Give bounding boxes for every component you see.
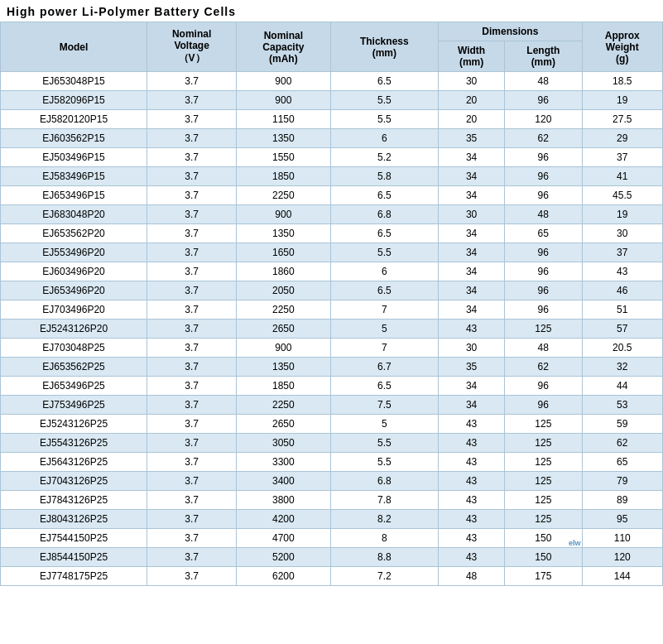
battery-table: Model Nominal Voltage （V） Nominal Capaci… (0, 22, 663, 586)
table-row: EJ583496P153.718505.8349641 (1, 167, 663, 186)
table-row: EJ7043126P253.734006.84312579 (1, 472, 663, 491)
cell-width: 35 (439, 358, 505, 377)
cell-width: 30 (439, 205, 505, 224)
cell-weight: 37 (582, 148, 662, 167)
cell-voltage: 3.7 (147, 491, 237, 510)
table-row: EJ703048P253.79007304820.5 (1, 339, 663, 358)
table-row: EJ582096P153.79005.5209619 (1, 91, 663, 110)
table-row: EJ5243126P253.7265054312559 (1, 415, 663, 434)
cell-capacity: 900 (237, 72, 330, 91)
table-row: EJ653496P153.722506.5349645.5 (1, 186, 663, 205)
cell-voltage: 3.7 (147, 358, 237, 377)
cell-width: 43 (439, 529, 505, 548)
cell-model: EJ5243126P25 (1, 415, 147, 434)
cell-weight: 144 (582, 567, 662, 586)
cell-capacity: 1350 (237, 358, 330, 377)
cell-model: EJ753496P25 (1, 396, 147, 415)
cell-width: 34 (439, 262, 505, 281)
cell-length: 96 (505, 377, 582, 396)
cell-weight: 62 (582, 434, 662, 453)
cell-capacity: 900 (237, 339, 330, 358)
table-row: EJ653562P253.713506.7356232 (1, 358, 663, 377)
cell-weight: 45.5 (582, 186, 662, 205)
cell-thickness: 5.5 (330, 110, 439, 129)
cell-thickness: 7 (330, 339, 439, 358)
cell-thickness: 5.5 (330, 434, 439, 453)
cell-length: 96 (505, 167, 582, 186)
cell-length: 125 (505, 320, 582, 339)
cell-thickness: 5.5 (330, 243, 439, 262)
cell-thickness: 7.2 (330, 567, 439, 586)
cell-width: 48 (439, 567, 505, 586)
cell-capacity: 2250 (237, 300, 330, 320)
cell-voltage: 3.7 (147, 262, 237, 281)
cell-capacity: 900 (237, 205, 330, 224)
cell-weight: 30 (582, 224, 662, 243)
cell-thickness: 5.8 (330, 167, 439, 186)
cell-thickness: 5.5 (330, 453, 439, 472)
cell-width: 34 (439, 300, 505, 320)
cell-capacity: 1150 (237, 110, 330, 129)
cell-weight: 32 (582, 358, 662, 377)
cell-capacity: 5200 (237, 548, 330, 567)
cell-length: 96 (505, 262, 582, 281)
cell-length: 62 (505, 358, 582, 377)
table-row: EJ683048P203.79006.8304819 (1, 205, 663, 224)
cell-voltage: 3.7 (147, 339, 237, 358)
cell-width: 34 (439, 281, 505, 300)
cell-model: EJ703496P20 (1, 300, 147, 320)
cell-weight: 41 (582, 167, 662, 186)
cell-length: 125 (505, 491, 582, 510)
cell-model: EJ5243126P20 (1, 320, 147, 339)
cell-length: 96 (505, 281, 582, 300)
cell-width: 43 (439, 320, 505, 339)
cell-model: EJ603496P20 (1, 262, 147, 281)
cell-capacity: 4700 (237, 529, 330, 548)
cell-voltage: 3.7 (147, 129, 237, 148)
cell-capacity: 6200 (237, 567, 330, 586)
cell-capacity: 4200 (237, 510, 330, 529)
cell-length: 150 (505, 548, 582, 567)
cell-model: EJ653496P20 (1, 281, 147, 300)
table-row: EJ653496P203.720506.5349646 (1, 281, 663, 300)
cell-width: 34 (439, 243, 505, 262)
cell-voltage: 3.7 (147, 510, 237, 529)
cell-model: EJ653562P20 (1, 224, 147, 243)
col-length: Length (mm) (505, 41, 582, 72)
cell-thickness: 6.5 (330, 224, 439, 243)
cell-voltage: 3.7 (147, 567, 237, 586)
table-row: EJ5243126P203.7265054312557 (1, 320, 663, 339)
cell-capacity: 3400 (237, 472, 330, 491)
cell-capacity: 3300 (237, 453, 330, 472)
cell-capacity: 1850 (237, 377, 330, 396)
cell-model: EJ7843126P25 (1, 491, 147, 510)
cell-length: 125 (505, 453, 582, 472)
cell-thickness: 7.5 (330, 396, 439, 415)
col-dimensions: Dimensions (439, 22, 582, 41)
cell-capacity: 2650 (237, 320, 330, 339)
cell-length: 125 (505, 415, 582, 434)
cell-weight: 18.5 (582, 72, 662, 91)
cell-length: 48 (505, 72, 582, 91)
table-row: EJ8043126P253.742008.24312595 (1, 510, 663, 529)
cell-model: EJ683048P20 (1, 205, 147, 224)
page-title: High power Li-Polymer Battery Cells (0, 0, 663, 22)
cell-capacity: 1650 (237, 243, 330, 262)
cell-model: EJ653496P25 (1, 377, 147, 396)
cell-weight: 43 (582, 262, 662, 281)
cell-capacity: 2250 (237, 396, 330, 415)
col-weight: Approx Weight (g) (582, 22, 662, 72)
cell-model: EJ8043126P25 (1, 510, 147, 529)
cell-length: 96 (505, 91, 582, 110)
cell-voltage: 3.7 (147, 186, 237, 205)
cell-weight: 89 (582, 491, 662, 510)
cell-thickness: 5.5 (330, 91, 439, 110)
cell-thickness: 6 (330, 262, 439, 281)
cell-thickness: 6.5 (330, 72, 439, 91)
cell-capacity: 1550 (237, 148, 330, 167)
table-row: EJ653048P153.79006.5304818.5 (1, 72, 663, 91)
cell-model: EJ7043126P25 (1, 472, 147, 491)
cell-width: 43 (439, 434, 505, 453)
cell-weight: 27.5 (582, 110, 662, 129)
cell-voltage: 3.7 (147, 91, 237, 110)
